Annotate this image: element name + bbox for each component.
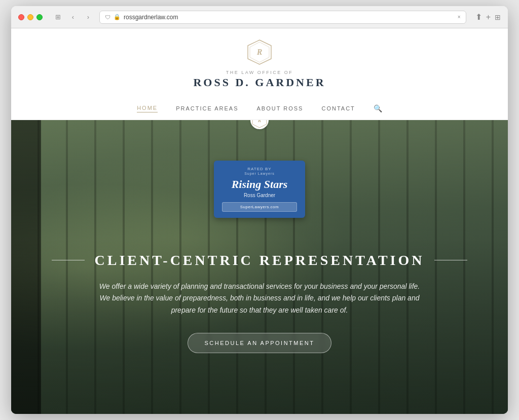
badge-super-lawyers: Super Lawyers — [222, 172, 297, 175]
hero-headline: CLIENT-CENTRIC REPRESENTATION — [95, 252, 425, 269]
minimize-button[interactable] — [27, 14, 33, 20]
share-icon[interactable]: ⬆ — [475, 12, 482, 22]
svg-text:R: R — [256, 48, 263, 56]
browser-window: ⊞ ‹ › 🛡 🔒 rossgardnerlaw.com × ⬆ + ⊞ — [11, 6, 508, 414]
maximize-button[interactable] — [36, 14, 43, 20]
badge-rising-stars-title: Rising Stars — [222, 178, 297, 190]
rising-stars-badge: RATED BY Super Lawyers Rising Stars Ross… — [214, 161, 305, 218]
nav-contact[interactable]: CONTACT — [321, 105, 355, 111]
hero-description: We offer a wide variety of planning and … — [97, 281, 422, 317]
browser-nav: ⊞ ‹ › — [52, 11, 94, 23]
badge-person-name: Ross Gardner — [222, 193, 297, 198]
new-tab-icon[interactable]: + — [486, 13, 491, 22]
close-tab-button[interactable]: × — [458, 14, 461, 20]
nav-about-ross[interactable]: ABOUT ROSS — [257, 105, 304, 111]
rising-stars-badge-container: RATED BY Super Lawyers Rising Stars Ross… — [214, 161, 305, 218]
hero-content: CLIENT-CENTRIC REPRESENTATION We offer a… — [11, 252, 508, 353]
nav-practice-areas[interactable]: PRACTICE AREAS — [176, 105, 238, 111]
browser-actions: ⬆ + ⊞ — [475, 12, 501, 22]
hero-emblem: R — [250, 120, 269, 129]
traffic-lights — [18, 14, 43, 20]
address-bar[interactable]: 🛡 🔒 rossgardnerlaw.com × — [99, 11, 466, 24]
close-button[interactable] — [18, 14, 24, 20]
browser-toolbar: ⊞ ‹ › 🛡 🔒 rossgardnerlaw.com × ⬆ + ⊞ — [11, 6, 508, 28]
firm-name: ROSS D. GARDNER — [11, 76, 508, 89]
svg-text:R: R — [257, 120, 262, 123]
badge-rated-by: RATED BY — [222, 167, 297, 171]
back-button[interactable]: ‹ — [67, 11, 79, 23]
badge-url[interactable]: SuperLawyers.com — [222, 202, 297, 212]
site-nav: HOME PRACTICE AREAS ABOUT ROSS CONTACT 🔍 — [11, 97, 508, 120]
nav-search-icon[interactable]: 🔍 — [374, 104, 382, 112]
site-wrapper: R THE LAW OFFICE OF ROSS D. GARDNER HOME… — [11, 28, 508, 414]
grid-apps-icon[interactable]: ⊞ — [495, 13, 501, 21]
site-header: R THE LAW OFFICE OF ROSS D. GARDNER HOME… — [11, 28, 508, 120]
nav-home[interactable]: HOME — [137, 105, 158, 112]
headline-line-left — [52, 260, 85, 260]
schedule-appointment-button[interactable]: SCHEDULE AN APPOINTMENT — [188, 333, 331, 353]
grid-view-button[interactable]: ⊞ — [52, 11, 64, 23]
firm-subtitle: THE LAW OFFICE OF — [11, 70, 508, 75]
security-icon: 🛡 — [105, 14, 110, 20]
lock-icon: 🔒 — [114, 14, 121, 20]
headline-line-right — [434, 260, 467, 260]
hero-section: R RATED BY Super Lawyers Rising Stars Ro… — [11, 120, 508, 414]
hero-headline-wrapper: CLIENT-CENTRIC REPRESENTATION — [52, 252, 467, 269]
url-text: rossgardnerlaw.com — [124, 14, 178, 21]
forward-button[interactable]: › — [82, 11, 94, 23]
logo-emblem: R — [246, 39, 273, 66]
